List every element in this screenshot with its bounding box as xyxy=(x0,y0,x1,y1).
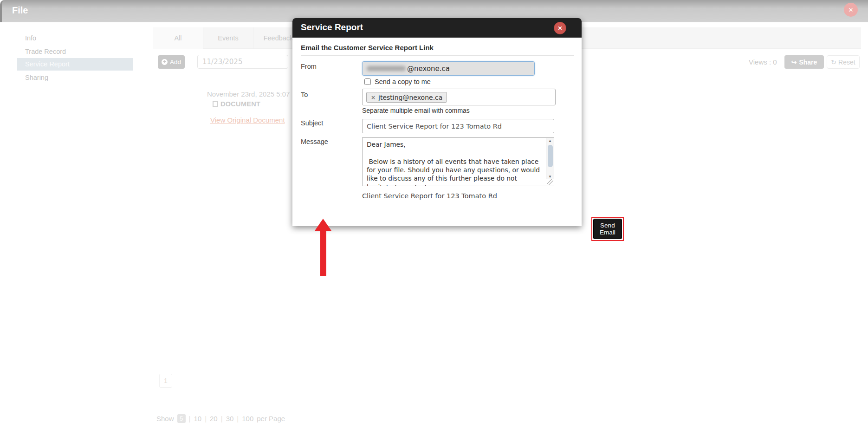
message-label: Message xyxy=(301,138,328,145)
resize-grip[interactable] xyxy=(547,179,553,185)
scrollbar-thumb[interactable] xyxy=(548,145,553,167)
send-copy-checkbox[interactable] xyxy=(364,78,371,85)
redacted-username xyxy=(367,66,406,71)
email-tag: × jtesting@nexone.ca xyxy=(366,92,447,103)
remove-tag-icon[interactable]: × xyxy=(371,94,376,101)
service-report-modal: Service Report ✕ Email the Customer Serv… xyxy=(292,18,582,226)
message-text: Dear James, Below is a history of all ev… xyxy=(363,138,545,186)
to-helper-text: Separate multiple email with commas xyxy=(362,107,470,114)
modal-heading: Email the Customer Service Report Link xyxy=(301,44,434,52)
close-icon: ✕ xyxy=(557,25,562,32)
send-email-button[interactable]: Send Email xyxy=(593,219,622,239)
divider xyxy=(301,55,574,56)
scroll-down-icon[interactable]: ▼ xyxy=(546,175,554,179)
arrow-shaft xyxy=(320,231,326,276)
message-textarea[interactable]: Dear James, Below is a history of all ev… xyxy=(362,137,554,186)
modal-title: Service Report xyxy=(301,22,363,32)
report-footer-note: Client Service Report for 123 Tomato Rd xyxy=(362,192,497,200)
send-copy-label: Send a copy to me xyxy=(375,78,431,85)
screen: File ✕ Info Trade Record Service Report … xyxy=(0,0,868,429)
modal-header: Service Report ✕ xyxy=(292,18,582,38)
scroll-up-icon[interactable]: ▲ xyxy=(546,139,554,143)
subject-label: Subject xyxy=(301,119,323,127)
from-domain: @nexone.ca xyxy=(407,65,450,73)
arrow-head xyxy=(315,219,331,231)
from-label: From xyxy=(301,63,317,70)
subject-input[interactable] xyxy=(362,119,554,133)
annotation-highlight: Send Email xyxy=(591,217,624,241)
from-field: @nexone.ca xyxy=(362,61,535,76)
to-label: To xyxy=(301,91,308,98)
to-input[interactable]: × jtesting@nexone.ca xyxy=(362,89,556,105)
scrollbar[interactable]: ▲ ▼ xyxy=(546,138,554,179)
annotation-arrow xyxy=(315,219,331,276)
send-copy-row: Send a copy to me xyxy=(364,78,431,85)
email-tag-value: jtesting@nexone.ca xyxy=(378,94,442,101)
modal-close-button[interactable]: ✕ xyxy=(554,22,566,34)
